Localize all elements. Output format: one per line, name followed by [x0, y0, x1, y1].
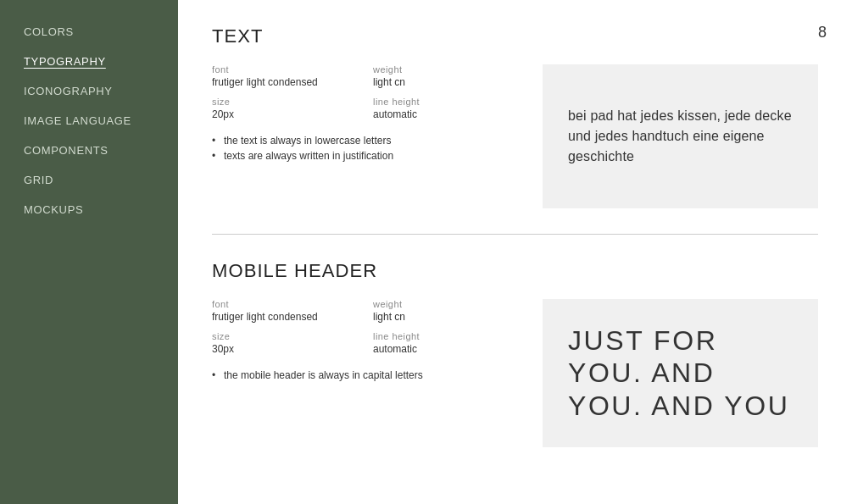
- sidebar-item-image-language[interactable]: IMAGE LANGUAGE: [0, 106, 178, 136]
- list-item: texts are always written in justificatio…: [212, 148, 517, 163]
- sidebar: COLORSTYPOGRAPHYICONOGRAPHYIMAGE LANGUAG…: [0, 0, 178, 504]
- preview-text-text: bei pad hat jedes kissen, jede decke und…: [568, 106, 793, 167]
- weight-label: weight: [373, 64, 517, 75]
- list-item: the mobile header is always in capital l…: [212, 368, 517, 383]
- size-value: 20px: [212, 108, 356, 120]
- sidebar-item-grid[interactable]: GRID: [0, 165, 178, 195]
- preview-text-mobile-header: JUST FOR YOU. AND YOU. AND YOU: [568, 324, 793, 422]
- section-title-text: TEXT: [212, 25, 818, 47]
- font-value: frutiger light condensed: [212, 311, 356, 323]
- weight-value: light cn: [373, 76, 517, 88]
- sidebar-item-colors[interactable]: COLORS: [0, 17, 178, 47]
- line-height-block: line heightautomatic: [373, 97, 517, 120]
- sidebar-item-typography[interactable]: TYPOGRAPHY: [0, 47, 178, 76]
- size-value: 30px: [212, 343, 356, 355]
- line-height-value: automatic: [373, 343, 517, 355]
- bullet-list-mobile-header: the mobile header is always in capital l…: [212, 368, 517, 383]
- sidebar-item-components[interactable]: COMPONENTS: [0, 136, 178, 165]
- bullet-list-text: the text is always in lowercase letterst…: [212, 133, 517, 163]
- font-label: font: [212, 64, 356, 75]
- font-block: fontfrutiger light condensed: [212, 299, 356, 323]
- line-height-label: line height: [373, 97, 517, 107]
- size-block: size20px: [212, 97, 356, 120]
- sidebar-item-iconography[interactable]: ICONOGRAPHY: [0, 76, 178, 106]
- detail-grid-mobile-header: fontfrutiger light condensedweightlight …: [212, 299, 517, 355]
- weight-block: weightlight cn: [373, 299, 517, 323]
- font-value: frutiger light condensed: [212, 76, 356, 88]
- section-mobile-header: MOBILE HEADERfontfrutiger light condense…: [212, 260, 818, 447]
- weight-value: light cn: [373, 311, 517, 323]
- line-height-value: automatic: [373, 108, 517, 120]
- section-body-text: fontfrutiger light condensedweightlight …: [212, 64, 818, 208]
- size-block: size30px: [212, 331, 356, 355]
- size-label: size: [212, 97, 356, 107]
- section-details-mobile-header: fontfrutiger light condensedweightlight …: [212, 299, 517, 447]
- page-number: 8: [818, 24, 827, 42]
- preview-box-text: bei pad hat jedes kissen, jede decke und…: [543, 64, 818, 208]
- line-height-block: line heightautomatic: [373, 331, 517, 355]
- sidebar-item-mockups[interactable]: MOCKUPS: [0, 195, 178, 224]
- section-text: TEXTfontfrutiger light condensedweightli…: [212, 25, 818, 208]
- size-label: size: [212, 331, 356, 341]
- section-body-mobile-header: fontfrutiger light condensedweightlight …: [212, 299, 818, 447]
- main-content: 8 TEXTfontfrutiger light condensedweight…: [178, 0, 852, 504]
- font-block: fontfrutiger light condensed: [212, 64, 356, 88]
- detail-grid-text: fontfrutiger light condensedweightlight …: [212, 64, 517, 120]
- weight-label: weight: [373, 299, 517, 309]
- section-title-mobile-header: MOBILE HEADER: [212, 260, 818, 282]
- list-item: the text is always in lowercase letters: [212, 133, 517, 148]
- font-label: font: [212, 299, 356, 309]
- preview-box-mobile-header: JUST FOR YOU. AND YOU. AND YOU: [543, 299, 818, 447]
- section-divider: [212, 234, 818, 235]
- weight-block: weightlight cn: [373, 64, 517, 88]
- section-details-text: fontfrutiger light condensedweightlight …: [212, 64, 517, 208]
- line-height-label: line height: [373, 331, 517, 341]
